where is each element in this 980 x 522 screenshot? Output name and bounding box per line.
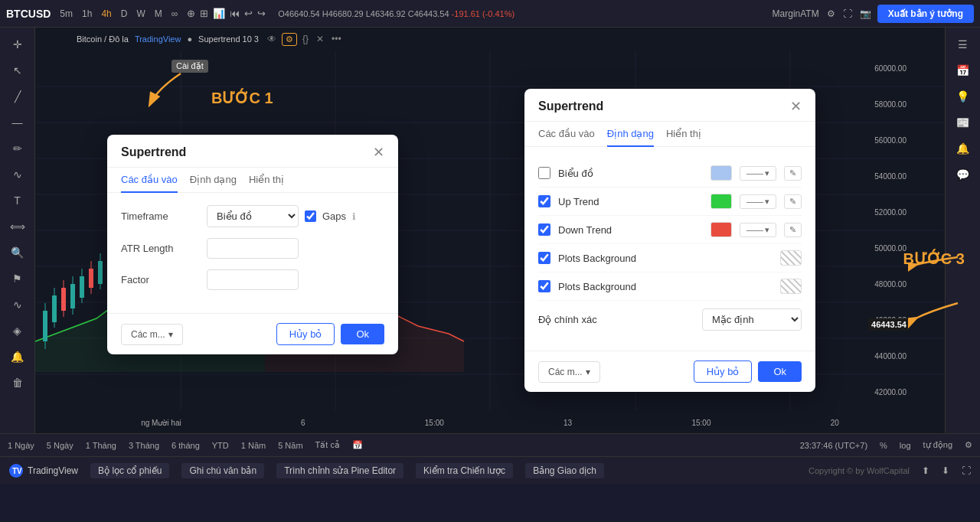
magnet-icon[interactable]: ⚑ xyxy=(7,268,28,289)
dialog-left-cancel-button[interactable]: Hủy bỏ xyxy=(276,323,335,345)
crosshair-icon[interactable]: ✛ xyxy=(7,34,28,55)
visibility-icon[interactable]: 👁 xyxy=(265,33,279,45)
bieu-do-edit-button[interactable]: ✎ xyxy=(784,166,802,181)
measure-icon[interactable]: ⟺ xyxy=(7,216,28,237)
dialog-right-more-button[interactable]: Các m... ▾ xyxy=(538,361,600,383)
plots-bg2-pattern-swatch[interactable] xyxy=(780,279,802,294)
log-toggle[interactable]: log xyxy=(900,441,911,450)
indicator-icon[interactable]: ⊞ xyxy=(200,8,208,19)
code-icon[interactable]: {} xyxy=(300,33,311,45)
tf-1h[interactable]: 1h xyxy=(79,7,95,21)
bieu-do-color-swatch[interactable] xyxy=(710,165,732,181)
tf-inf[interactable]: ∞ xyxy=(168,7,181,21)
dialog-right-cancel-button[interactable]: Hủy bỏ xyxy=(694,361,753,383)
bieu-do-checkbox[interactable] xyxy=(538,167,550,179)
dialog-left-more-button[interactable]: Các m... ▾ xyxy=(121,324,183,345)
bieu-do-line-style-button[interactable]: —— ▾ xyxy=(740,166,776,181)
compare-icon[interactable]: ⊕ xyxy=(187,8,195,19)
trade-button[interactable]: Bảng Giao dịch xyxy=(525,463,604,478)
period-ytd[interactable]: YTD xyxy=(212,441,229,450)
tab-cac-dau-vao[interactable]: Các đầu vào xyxy=(121,168,178,193)
snapshot-icon[interactable]: 📷 xyxy=(860,8,871,19)
settings-bottom-icon[interactable]: ⚙ xyxy=(965,440,972,450)
tab-hien-thi-left[interactable]: Hiển thị xyxy=(249,168,284,193)
tab-dinh-dang-left[interactable]: Định dạng xyxy=(190,168,237,193)
note-button[interactable]: Ghi chú văn bản xyxy=(181,463,264,478)
tf-d[interactable]: D xyxy=(118,7,131,21)
down-trend-color-swatch[interactable] xyxy=(710,222,732,237)
settings-gear-icon[interactable]: ⚙ xyxy=(827,8,835,19)
tf-m[interactable]: M xyxy=(152,7,165,21)
tab-hien-thi-right[interactable]: Hiển thị xyxy=(666,122,701,147)
calendar-icon-bottom[interactable]: 📅 xyxy=(352,440,363,450)
filter-button[interactable]: Bộ lọc cổ phiếu xyxy=(90,463,169,478)
undo-icon[interactable]: ↩ xyxy=(244,8,253,19)
period-6month[interactable]: 6 tháng xyxy=(172,441,200,450)
news-icon[interactable]: 📰 xyxy=(952,112,974,133)
watchlist-icon[interactable]: ☰ xyxy=(952,34,974,55)
text-icon[interactable]: T xyxy=(7,190,28,211)
draw-icon[interactable]: ✏ xyxy=(7,138,28,159)
tab-dinh-dang-right[interactable]: Định dạng xyxy=(607,122,654,147)
period-1year[interactable]: 1 Năm xyxy=(241,441,266,450)
plots-bg1-checkbox[interactable] xyxy=(538,252,550,264)
dialog-left-ok-button[interactable]: Ok xyxy=(341,324,384,344)
period-all[interactable]: Tất cả xyxy=(315,440,340,450)
up-trend-checkbox[interactable] xyxy=(538,195,550,207)
period-3month[interactable]: 3 Tháng xyxy=(129,441,159,450)
tab-cac-dau-vao-right[interactable]: Các đầu vào xyxy=(538,122,595,147)
period-1day[interactable]: 1 Ngày xyxy=(8,441,34,450)
strategy-button[interactable]: Kiểm tra Chiến lược xyxy=(416,463,513,478)
fullscreen-footer-icon[interactable]: ⛶ xyxy=(962,465,971,476)
fullscreen-icon[interactable]: ⛶ xyxy=(843,8,852,19)
wave-icon[interactable]: ∿ xyxy=(7,294,28,315)
tf-5m[interactable]: 5m xyxy=(57,7,76,21)
timeframe-select[interactable]: Biểu đồ xyxy=(207,205,299,227)
trend-line-icon[interactable]: ╱ xyxy=(7,86,28,107)
atr-input[interactable]: 10 xyxy=(207,238,299,259)
chat-icon[interactable]: 💬 xyxy=(952,164,974,185)
up-trend-color-swatch[interactable] xyxy=(710,194,732,209)
up-trend-line-style-button[interactable]: —— ▾ xyxy=(740,194,776,209)
period-1month[interactable]: 1 Tháng xyxy=(86,441,116,450)
remove-indicator-icon[interactable]: ✕ xyxy=(314,33,326,45)
indicator-settings-button[interactable]: ⚙ xyxy=(282,33,297,46)
factor-input[interactable]: 3 xyxy=(207,269,299,290)
symbol-label[interactable]: BTCUSD xyxy=(6,8,51,20)
period-5day[interactable]: 5 Ngày xyxy=(47,441,74,450)
chart-type-icon[interactable]: 📊 xyxy=(213,8,225,19)
alert-icon[interactable]: 🔔 xyxy=(7,346,28,367)
pattern-icon[interactable]: ◈ xyxy=(7,320,28,341)
dialog-right-close-button[interactable]: ✕ xyxy=(790,100,802,113)
calendar-icon[interactable]: 📅 xyxy=(952,60,974,81)
period-5year[interactable]: 5 Năm xyxy=(278,441,302,450)
percent-toggle[interactable]: % xyxy=(880,441,887,450)
dialog-right-ok-button[interactable]: Ok xyxy=(758,361,802,382)
more-indicator-icon[interactable]: ••• xyxy=(329,33,344,45)
gaps-info-icon[interactable]: ℹ xyxy=(352,211,356,222)
cursor-icon[interactable]: ↖ xyxy=(7,60,28,81)
redo-icon[interactable]: ↪ xyxy=(257,8,266,19)
collapse-icon[interactable]: ⬇ xyxy=(942,465,949,476)
gaps-checkbox[interactable] xyxy=(305,210,316,222)
alert-right-icon[interactable]: 🔔 xyxy=(952,138,974,159)
tf-w[interactable]: W xyxy=(133,7,148,21)
expand-icon[interactable]: ⬆ xyxy=(922,465,929,476)
fib-icon[interactable]: ∿ xyxy=(7,164,28,185)
replay-icon[interactable]: ⏮ xyxy=(230,8,240,19)
pine-editor-button[interactable]: Trình chỉnh sửa Pine Editor xyxy=(276,463,403,478)
down-trend-line-style-button[interactable]: —— ▾ xyxy=(740,223,776,237)
up-trend-edit-button[interactable]: ✎ xyxy=(784,194,802,209)
ideas-icon[interactable]: 💡 xyxy=(952,86,974,107)
tf-4h[interactable]: 4h xyxy=(98,7,114,21)
trash-icon[interactable]: 🗑 xyxy=(7,372,28,393)
export-button[interactable]: Xuất bản ý tưởng xyxy=(877,5,974,23)
horizontal-line-icon[interactable]: — xyxy=(7,112,28,133)
zoom-icon[interactable]: 🔍 xyxy=(7,242,28,263)
dialog-left-close-button[interactable]: ✕ xyxy=(373,145,384,159)
plots-bg1-pattern-swatch[interactable] xyxy=(780,250,802,266)
down-trend-edit-button[interactable]: ✎ xyxy=(784,223,802,237)
down-trend-checkbox[interactable] xyxy=(538,223,550,236)
plots-bg2-checkbox[interactable] xyxy=(538,280,550,292)
precision-select[interactable]: Mặc định xyxy=(702,308,802,331)
